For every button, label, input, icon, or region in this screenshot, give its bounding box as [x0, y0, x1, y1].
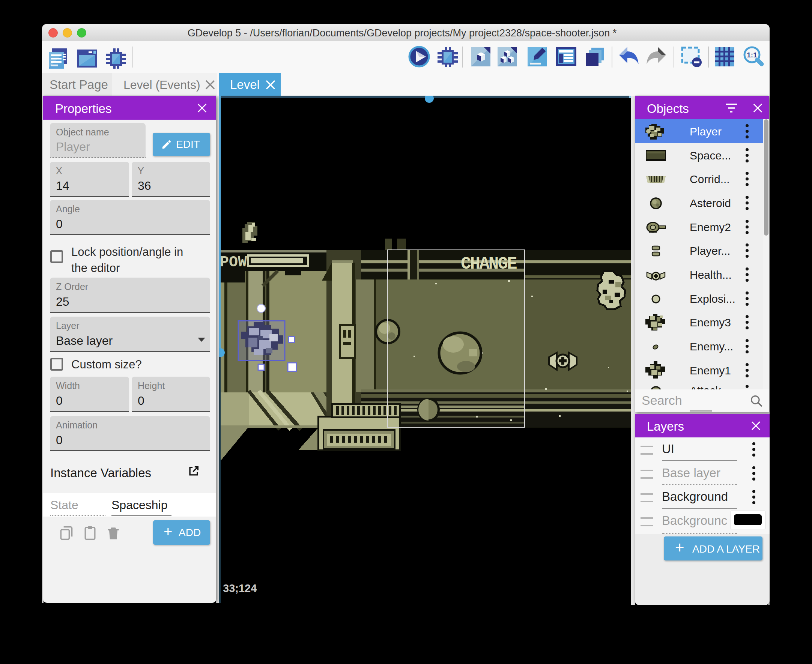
svg-text:1:1: 1:1	[747, 51, 757, 59]
svg-text:POW: POW	[220, 254, 247, 271]
svg-text:CHANGE: CHANGE	[461, 254, 517, 274]
svg-text:33;124: 33;124	[223, 582, 257, 594]
